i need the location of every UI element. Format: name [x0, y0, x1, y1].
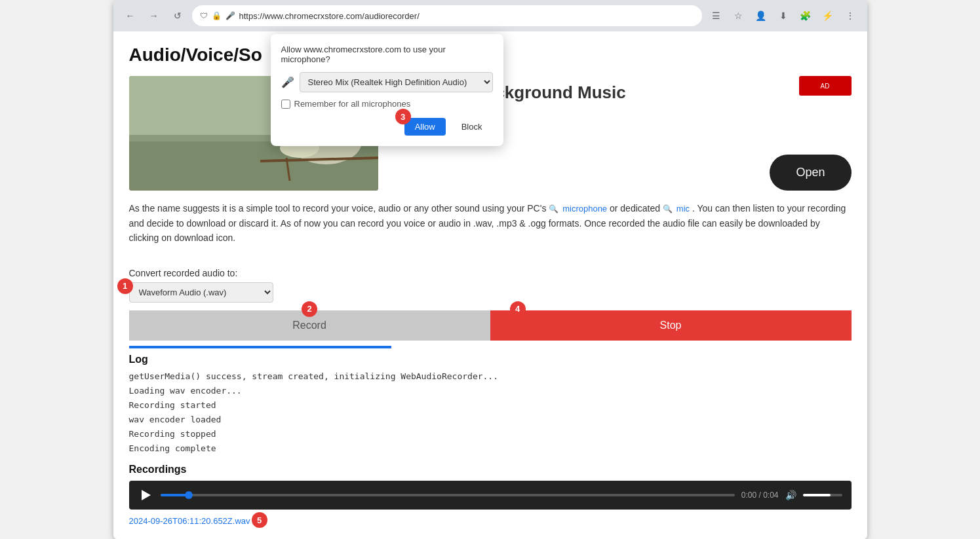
audio-player: 0:00 / 0:04 🔊 [129, 481, 852, 510]
browser-window: ← → ↺ 🛡 🔒 🎤 https://www.chromecrxstore.c… [113, 0, 867, 539]
step-badge-1: 1 [117, 278, 133, 294]
allow-button[interactable]: Allow [404, 118, 446, 136]
download-icon[interactable]: ⬇ [774, 7, 793, 25]
step-badge-5: 5 [252, 512, 267, 528]
download-link[interactable]: 2024-09-26T06:11:20.652Z.wav [129, 516, 250, 526]
star-icon[interactable]: ☆ [730, 7, 748, 25]
forward-button[interactable]: → [145, 7, 163, 25]
stop-button[interactable]: Stop [490, 310, 852, 341]
url-text: https://www.chromecrxstore.com/audioreco… [239, 11, 694, 21]
ad-text: AD [821, 83, 830, 90]
remember-checkbox[interactable] [281, 100, 290, 109]
log-line-5: Recording stopped [129, 427, 852, 441]
block-button[interactable]: Block [451, 118, 493, 136]
permission-popup: Allow www.chromecrxstore.com to use your… [271, 34, 503, 146]
back-button[interactable]: ← [121, 7, 140, 25]
log-content: getUserMedia() success, stream created, … [129, 369, 852, 456]
remember-row: Remember for all microphones [281, 99, 493, 109]
search-icon-2: 🔍 [663, 204, 673, 214]
microphone-link[interactable]: microphone [562, 204, 607, 214]
log-line-1: getUserMedia() success, stream created, … [129, 369, 852, 384]
play-button[interactable] [138, 487, 154, 503]
audio-progress-bar[interactable] [161, 494, 735, 496]
address-bar[interactable]: 🛡 🔒 🎤 https://www.chromecrxstore.com/aud… [192, 5, 702, 26]
permission-buttons: 3 Allow Block [281, 118, 493, 136]
log-title: Log [129, 354, 852, 365]
volume-icon[interactable]: 🔊 [785, 490, 796, 500]
search-icon-1: 🔍 [549, 204, 559, 214]
log-section: Log getUserMedia() success, stream creat… [129, 354, 852, 456]
mic-icon: 🎤 [225, 11, 235, 20]
convert-select[interactable]: Waveform Audio (.wav) [129, 282, 273, 303]
convert-section: 1 Convert recorded audio to: Waveform Au… [129, 256, 852, 303]
lock-icon: 🔒 [212, 11, 222, 20]
open-button[interactable]: Open [770, 155, 851, 191]
step-badge-2: 2 [302, 301, 317, 317]
reload-button[interactable]: ↺ [168, 7, 187, 25]
audio-time: 0:00 / 0:04 [741, 491, 779, 500]
profile-icon[interactable]: 👤 [752, 7, 770, 25]
audio-progress-fill [161, 494, 189, 496]
volume-fill [803, 494, 831, 496]
description: As the name suggests it is a simple tool… [129, 201, 852, 246]
more-icon[interactable]: ⋮ [841, 7, 859, 25]
recordings-section: Recordings 0:00 / 0:04 🔊 2024-09-26T06:1… [129, 464, 852, 527]
step-badge-3: 3 [395, 109, 411, 124]
audio-progress-dot [185, 491, 193, 499]
log-line-2: Loading wav encoder... [129, 384, 852, 398]
toolbar-icons: ☰ ☆ 👤 ⬇ 🧩 ⚡ ⋮ [707, 7, 859, 25]
permission-title: Allow www.chromecrxstore.com to use your… [281, 45, 493, 64]
ad-placeholder: AD [799, 76, 852, 96]
shield-icon: 🛡 [200, 11, 208, 20]
mic-link[interactable]: mic [676, 204, 690, 214]
log-line-3: Recording started [129, 398, 852, 413]
mic-select[interactable]: Stereo Mix (Realtek High Definition Audi… [300, 72, 493, 92]
record-stop-row: 2 Record 4 Stop [129, 310, 852, 341]
step-badge-4: 4 [510, 301, 526, 317]
log-line-6: Encoding complete [129, 441, 852, 456]
remember-label: Remember for all microphones [294, 99, 411, 109]
progress-bar [129, 346, 391, 348]
log-line-4: wav encoder loaded [129, 413, 852, 427]
settings-icon[interactable]: ⚡ [819, 7, 837, 25]
extension-icon[interactable]: 🧩 [796, 7, 815, 25]
mic-select-row: 🎤 Stereo Mix (Realtek High Definition Au… [281, 72, 493, 92]
browser-chrome: ← → ↺ 🛡 🔒 🎤 https://www.chromecrxstore.c… [113, 0, 867, 31]
play-triangle-icon [142, 490, 151, 500]
convert-label: Convert recorded audio to: [129, 268, 852, 278]
volume-bar[interactable] [803, 494, 842, 496]
mic-icon-popup: 🎤 [281, 76, 294, 88]
recordings-title: Recordings [129, 464, 852, 475]
menu-icon[interactable]: ☰ [707, 7, 726, 25]
